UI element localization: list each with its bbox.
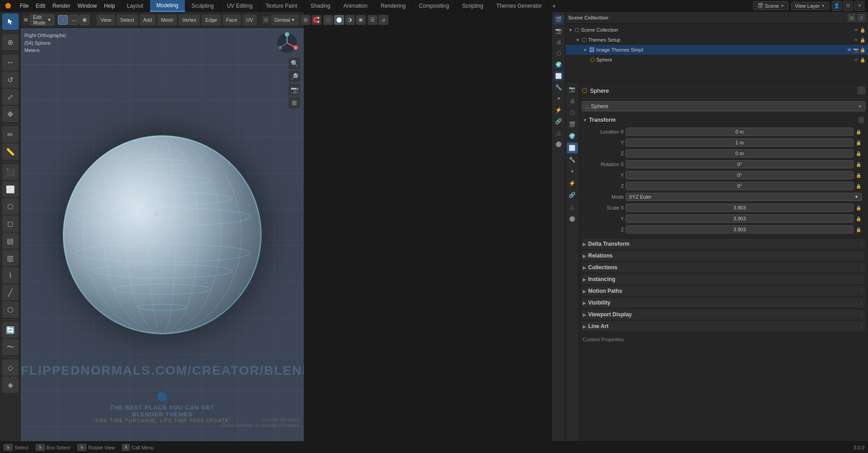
tab-rendering[interactable]: Rendering: [374, 0, 412, 12]
gear-icon[interactable]: ⚙: [843, 1, 853, 11]
themes-eye-icon[interactable]: 👁: [854, 38, 859, 43]
outliner-sphere[interactable]: ⬡ Sphere 👁 🔒: [566, 55, 868, 65]
knife-tool-button[interactable]: ⌇: [2, 267, 19, 283]
select-menu-button[interactable]: Select: [117, 14, 138, 25]
user-icon[interactable]: 👤: [832, 1, 842, 11]
props-object-options-button[interactable]: ⋮: [857, 86, 865, 95]
view-menu-button[interactable]: View: [97, 14, 115, 25]
frame-all-button[interactable]: ⊞: [288, 97, 300, 109]
props-tab-physics[interactable]: ⚡: [567, 178, 578, 189]
props-transform-header[interactable]: ▼ Transform ⋮: [582, 115, 865, 125]
props-tab-data[interactable]: △: [567, 201, 578, 212]
prop-location-x-value[interactable]: 0 m: [626, 128, 854, 136]
props-tab-object[interactable]: ⬜: [567, 143, 578, 153]
prop-rotation-z-lock[interactable]: 🔒: [855, 183, 862, 189]
spin-tool-button[interactable]: 🔄: [2, 322, 19, 338]
solid-shading-button[interactable]: ⬤: [334, 15, 344, 25]
tab-themes-generator[interactable]: Themes Generator: [490, 0, 549, 12]
face-select-button[interactable]: ▣: [80, 15, 90, 25]
viewport[interactable]: Right Orthographic (54) Sphere Meters ⊕ …: [21, 28, 304, 441]
npanel-render-icon[interactable]: 📷: [554, 26, 564, 36]
bisect-tool-button[interactable]: ╱: [2, 284, 19, 300]
prop-location-x-lock[interactable]: 🔒: [855, 129, 862, 135]
menu-item-window[interactable]: Window: [74, 0, 100, 11]
transform-tool-button[interactable]: ✥: [2, 106, 19, 122]
wireframe-shading-button[interactable]: ⬡: [323, 15, 333, 25]
sphere-restrict-icon[interactable]: 🔒: [860, 57, 865, 62]
cursor-tool-button[interactable]: ⊕: [2, 34, 19, 50]
camera-view-button[interactable]: 📷: [288, 84, 300, 95]
vis-restrict-icon[interactable]: 🔒: [860, 28, 865, 33]
prop-location-z-lock[interactable]: 🔒: [855, 150, 862, 157]
outliner-image-themes[interactable]: ▼ 🖼 Image Themes Simpl 👁 📷 🔒: [566, 45, 868, 55]
props-tab-modifier[interactable]: 🔧: [567, 154, 578, 165]
npanel-material-icon[interactable]: ⬤: [554, 139, 564, 149]
outliner-filter-button[interactable]: ⊞: [848, 14, 856, 22]
outliner-themes-setup[interactable]: ▼ ⬡ Themes Setup 👁 🔒: [566, 35, 868, 45]
prop-rotation-mode-select[interactable]: XYZ Euler ▼: [626, 193, 862, 201]
editor-type-button[interactable]: ⊞: [24, 16, 28, 24]
props-mesh-selector[interactable]: △ Sphere ▼: [582, 101, 865, 111]
close-icon[interactable]: ✕: [854, 1, 864, 11]
vis-eye-icon[interactable]: 👁: [854, 28, 859, 33]
themes-restrict-icon[interactable]: 🔒: [860, 38, 865, 43]
props-instancing-header[interactable]: ▶ Instancing ⋮: [582, 274, 865, 284]
props-relations-header[interactable]: ▶ Relations ⋮: [582, 251, 865, 261]
tab-texture-paint[interactable]: Texture Paint: [259, 0, 304, 12]
tab-compositing[interactable]: Compositing: [412, 0, 456, 12]
rotate-tool-button[interactable]: ↺: [2, 72, 19, 88]
scale-tool-button[interactable]: ⤢: [2, 89, 19, 105]
props-tab-scene[interactable]: 🎬: [567, 119, 578, 130]
npanel-physics-icon[interactable]: ⚡: [554, 105, 564, 115]
props-collections-header[interactable]: ▶ Collections ⋮: [582, 262, 865, 272]
image-restrict-icon[interactable]: 🔒: [860, 48, 865, 52]
prop-scale-z-lock[interactable]: 🔒: [855, 226, 862, 233]
props-tab-world[interactable]: 🌍: [567, 131, 578, 142]
annotate-tool-button[interactable]: ✏: [2, 126, 19, 143]
prop-scale-z-value[interactable]: 3.903: [626, 225, 854, 234]
tab-shading[interactable]: Shading: [304, 0, 337, 12]
menu-item-render[interactable]: Render: [49, 0, 74, 11]
material-shading-button[interactable]: ◑: [345, 15, 355, 25]
prop-location-y-value[interactable]: 1 m: [626, 138, 854, 147]
viewport-gizmo[interactable]: Y X Z: [276, 32, 298, 54]
props-visibility-header[interactable]: ▶ Visibility ⋮: [582, 298, 865, 308]
sphere-eye-icon[interactable]: 👁: [854, 57, 859, 62]
extrude-tool-button[interactable]: ⬜: [2, 181, 19, 197]
motion-paths-options-icon[interactable]: ⋮: [858, 288, 864, 294]
uv-menu-button[interactable]: UV: [243, 14, 257, 25]
outliner-scene-collection[interactable]: ▼ ⬡ Scene Collection 👁 🔒: [566, 25, 868, 35]
tab-modeling[interactable]: Modeling: [150, 0, 185, 12]
props-tab-output[interactable]: 🖨: [567, 95, 578, 106]
npanel-output-icon[interactable]: 🖨: [554, 37, 564, 47]
cube-tool-button[interactable]: ⬛: [2, 164, 19, 180]
tab-uv-editing[interactable]: UV Editing: [221, 0, 259, 12]
prop-rotation-y-value[interactable]: 0°: [626, 171, 854, 179]
npanel-data-icon[interactable]: △: [554, 128, 564, 138]
edge-menu-button[interactable]: Edge: [202, 14, 221, 25]
viewport-display-options-icon[interactable]: ⋮: [858, 311, 864, 318]
menu-item-edit[interactable]: Edit: [32, 0, 49, 11]
snap-icon[interactable]: ⊙: [262, 16, 269, 24]
line-art-options-icon[interactable]: ⋮: [858, 323, 864, 329]
zoom-out-button[interactable]: 🔎: [288, 71, 300, 82]
measure-tool-button[interactable]: 📏: [2, 143, 19, 160]
prop-rotation-x-lock[interactable]: 🔒: [855, 161, 862, 167]
gimbal-selector[interactable]: Gimbal ▼: [271, 14, 299, 25]
npanel-constraints-icon[interactable]: 🔗: [554, 116, 564, 126]
prop-scale-y-value[interactable]: 3.903: [626, 215, 854, 223]
relations-options-icon[interactable]: ⋮: [858, 253, 864, 259]
scene-selector[interactable]: 🎬 Scene ▼: [753, 1, 788, 10]
prop-rotation-y-lock[interactable]: 🔒: [855, 172, 862, 178]
props-line-art-header[interactable]: ▶ Line Art ⋮: [582, 321, 865, 331]
npanel-world-icon[interactable]: 🌍: [554, 60, 564, 70]
vertex-menu-button[interactable]: Vertex: [179, 14, 200, 25]
face-menu-button[interactable]: Face: [222, 14, 241, 25]
npanel-modifier-icon[interactable]: 🔧: [554, 82, 564, 92]
delta-options-icon[interactable]: ⋮: [858, 241, 864, 247]
loop-cut-tool-button[interactable]: ▤: [2, 233, 19, 249]
outliner-sync-button[interactable]: ↺: [857, 14, 865, 22]
edge-select-button[interactable]: —: [69, 15, 79, 25]
inset-tool-button[interactable]: ⬡: [2, 198, 19, 215]
shear-tool-button[interactable]: ◇: [2, 359, 19, 376]
